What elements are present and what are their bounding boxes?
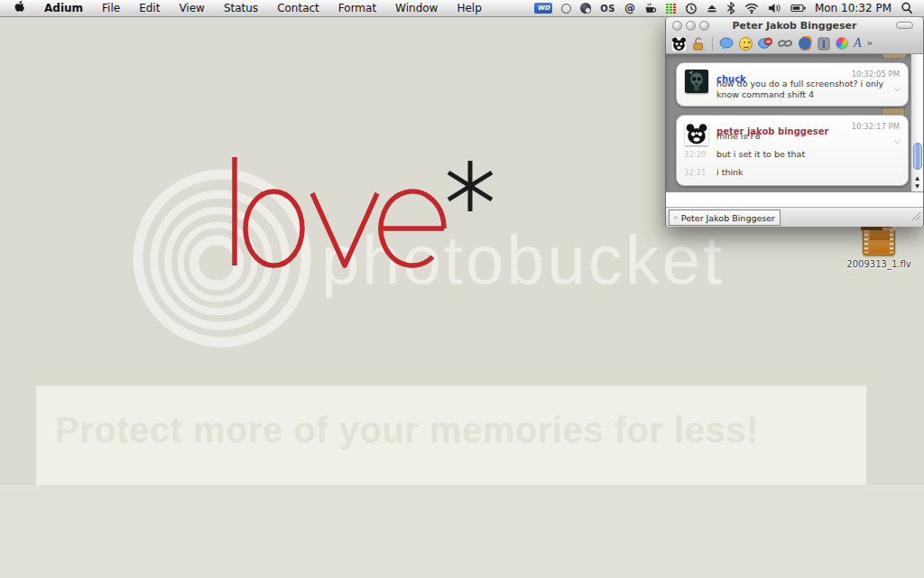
toolbar-toggle-button[interactable]	[896, 22, 913, 29]
window-titlebar[interactable]: Peter Jakob Binggeser	[666, 17, 923, 33]
battery-icon[interactable]	[790, 3, 806, 14]
bluetooth-icon[interactable]	[726, 2, 735, 14]
apple-menu[interactable]	[14, 0, 25, 17]
tab-bar: Peter Jakob Binggeser	[666, 208, 923, 227]
chat-bubble-icon[interactable]	[719, 37, 734, 51]
message-input[interactable]	[666, 191, 923, 208]
message-text: how do you do a full screenshot? i only …	[677, 77, 908, 100]
scroll-down-button[interactable]: ▼	[911, 182, 923, 190]
desktop-file-flv[interactable]: FLV 2009313_1.flv	[846, 220, 911, 269]
menu-item-file[interactable]: File	[102, 0, 120, 17]
color-wheel-icon[interactable]	[836, 37, 848, 50]
tab-bubble-icon	[674, 213, 678, 222]
banner-text: Protect more of your memories for less!	[36, 386, 866, 451]
inline-timestamp: 32:21	[684, 167, 707, 178]
quicksilver-icon[interactable]: @	[624, 2, 635, 14]
scrollbar[interactable]: ▲ ▼	[910, 54, 923, 191]
caffeine-cup-icon[interactable]	[644, 3, 657, 14]
message-row: 32:21 i think	[677, 160, 908, 178]
window-title: Peter Jakob Binggeser	[666, 20, 923, 32]
spotlight-search-icon[interactable]	[901, 2, 913, 14]
message-text: but i set it to be that	[716, 149, 805, 159]
scrollbar-thumb[interactable]	[913, 143, 922, 170]
menu-item-format[interactable]: Format	[338, 0, 376, 17]
apple-icon	[14, 0, 25, 14]
menu-item-adium[interactable]: Adium	[44, 0, 83, 17]
selection-handle	[882, 54, 906, 59]
photobucket-banner: Protect more of your memories for less!	[36, 386, 866, 485]
user-avatar-icon[interactable]	[671, 36, 687, 51]
menu-item-contact[interactable]: Contact	[277, 0, 319, 17]
menu-item-edit[interactable]: Edit	[139, 0, 160, 17]
scroll-up-button[interactable]: ▲	[911, 173, 923, 182]
menu-bar-status-icons: WD OS @	[534, 0, 924, 16]
message-bubble-peter: peter jakob binggeser 10:32:17 PM mine i…	[676, 115, 909, 186]
sender-name: peter jakob binggeser	[716, 126, 828, 136]
menu-bar-menus: Adium File Edit View Status Contact Form…	[0, 0, 482, 16]
sender-name: chuck	[716, 74, 746, 84]
app-blob-icon[interactable]	[580, 3, 591, 14]
adium-chat-window: Peter Jakob Binggeser	[665, 16, 924, 227]
time-machine-icon[interactable]	[685, 2, 698, 14]
eject-icon[interactable]	[707, 3, 717, 14]
adium-status-icon[interactable]	[561, 4, 571, 14]
message-bubble-chuck: chuck 10:32:05 PM how do you do a full s…	[676, 62, 909, 107]
menu-item-view[interactable]: View	[179, 0, 204, 17]
tab-label: Peter Jakob Binggeser	[681, 213, 775, 223]
resize-grip[interactable]	[911, 208, 921, 225]
message-text: i think	[716, 167, 744, 177]
get-info-icon[interactable]	[818, 37, 830, 51]
chat-toolbar: A »	[666, 33, 923, 54]
menu-bar-clock[interactable]: Mon 10:32 PM	[815, 2, 892, 14]
encryption-lock-icon[interactable]	[692, 36, 706, 51]
message-timestamp: 10:32:05 PM	[852, 70, 900, 79]
emoticon-smiley-icon[interactable]	[739, 37, 753, 51]
firefox-icon[interactable]	[798, 36, 812, 51]
menu-item-status[interactable]: Status	[224, 0, 258, 17]
istat-bars-icon[interactable]	[666, 3, 676, 14]
love-wallpaper-text: love*	[226, 154, 505, 279]
menu-bar: Adium File Edit View Status Contact Form…	[0, 0, 924, 17]
inline-timestamp: 32:20	[684, 149, 707, 160]
desktop: Adium File Edit View Status Contact Form…	[0, 0, 924, 578]
volume-icon[interactable]	[768, 3, 781, 14]
insert-link-icon[interactable]	[778, 37, 792, 50]
message-area: chuck 10:32:05 PM how do you do a full s…	[666, 54, 923, 191]
font-icon[interactable]: A	[854, 37, 862, 50]
wifi-icon[interactable]	[744, 3, 759, 14]
os-app-icon[interactable]: OS	[600, 4, 615, 14]
wd-drive-icon[interactable]: WD	[534, 3, 552, 14]
message-row: 32:20 but i set it to be that	[677, 142, 908, 160]
flv-file-name: 2009313_1.flv	[846, 259, 911, 269]
message-timestamp: 10:32:17 PM	[852, 122, 900, 131]
overflow-chevrons-icon[interactable]: »	[867, 37, 873, 50]
toolbar-separator	[712, 37, 713, 51]
block-user-icon[interactable]	[758, 37, 772, 51]
chat-tab[interactable]: Peter Jakob Binggeser	[669, 210, 781, 226]
collapse-chevron-icon[interactable]	[894, 79, 901, 96]
menu-item-window[interactable]: Window	[395, 0, 438, 17]
wallpaper-lower-band	[0, 485, 924, 578]
menu-item-help[interactable]: Help	[457, 0, 481, 17]
